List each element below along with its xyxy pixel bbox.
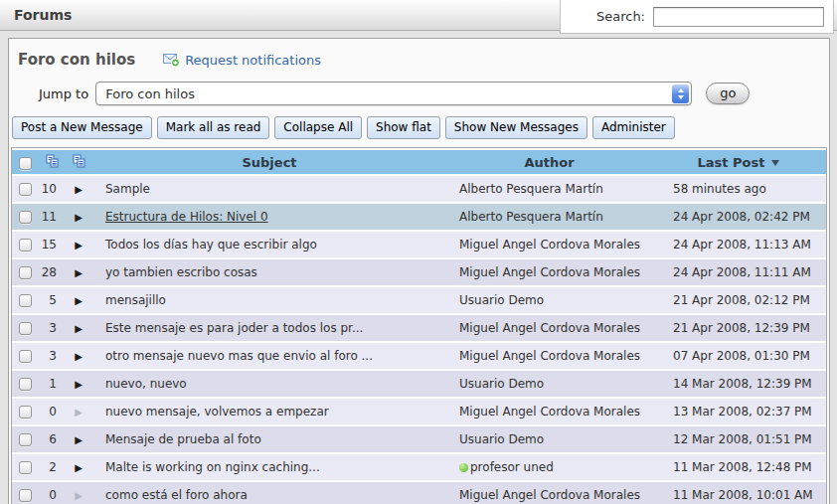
mark-all-read-button[interactable]: Mark all as read (157, 116, 270, 139)
expand-triangle-icon: ▶ (75, 407, 83, 418)
thread-checkbox[interactable] (19, 406, 32, 419)
thread-checkbox[interactable] (19, 489, 32, 502)
thread-author: Miguel Angel Cordova Morales (459, 321, 640, 335)
thread-row: 3 ▶ otro mensaje nuevo mas que envio al … (12, 343, 826, 369)
thread-author: Usuario Demo (459, 293, 544, 307)
reply-count: 3 (38, 343, 66, 369)
topbar: Forums Search: (0, 0, 837, 31)
thread-row: 11 ▶ Estructura de Hilos: Nivel 0 Albert… (12, 204, 826, 230)
expand-triangle-icon[interactable]: ▶ (75, 379, 83, 390)
collapse-all-button[interactable]: Collapse All (274, 116, 362, 139)
toolbar: Post a New Message Mark all as read Coll… (12, 116, 829, 139)
thread-checkbox[interactable] (19, 350, 32, 363)
thread-subject-link[interactable]: nuevo, nuevo (105, 377, 187, 391)
expand-triangle-icon[interactable]: ▶ (75, 240, 83, 251)
thread-lastpost: 24 Apr 2008, 02:42 PM (651, 204, 826, 230)
thread-subject-link[interactable]: mensajillo (105, 293, 166, 307)
thread-subject-link[interactable]: nuevo mensaje, volvemos a empezar (105, 405, 329, 419)
thread-author: Miguel Angel Cordova Morales (459, 349, 640, 363)
thread-lastpost: 24 Apr 2008, 11:13 AM (651, 232, 826, 257)
jump-to-label: Jump to (39, 86, 88, 101)
thread-checkbox[interactable] (19, 211, 32, 224)
table-header-row: Subject Author Last Post (12, 150, 826, 174)
unread-sort-icon[interactable] (73, 154, 85, 168)
forum-select[interactable]: Foro con hilos (95, 82, 692, 105)
thread-checkbox[interactable] (19, 183, 32, 196)
thread-author: Alberto Pesquera Martín (459, 182, 603, 196)
thread-lastpost: 13 Mar 2008, 02:37 PM (651, 399, 826, 424)
thread-subject-link[interactable]: yo tambien escribo cosas (105, 265, 257, 279)
expand-triangle-icon[interactable]: ▶ (75, 267, 83, 278)
thread-row: 1 ▶ nuevo, nuevo Usuario Demo 14 Mar 200… (12, 371, 826, 397)
thread-checkbox[interactable] (19, 461, 32, 474)
thread-lastpost: 21 Apr 2008, 02:12 PM (651, 287, 826, 313)
thread-lastpost: 21 Apr 2008, 12:39 PM (651, 315, 826, 341)
thread-lastpost: 07 Apr 2008, 01:30 PM (651, 343, 826, 369)
sort-desc-icon (771, 160, 779, 166)
thread-subject-link[interactable]: Sample (105, 182, 150, 196)
expand-triangle-icon[interactable]: ▶ (75, 462, 83, 473)
thread-checkbox[interactable] (19, 378, 32, 391)
thread-lastpost: 58 minutes ago (651, 176, 826, 202)
search-label: Search: (596, 9, 645, 24)
thread-row: 6 ▶ Mensaje de prueba al foto Usuario De… (12, 426, 826, 452)
thread-checkbox[interactable] (19, 322, 32, 335)
column-header-subject[interactable]: Subject (91, 150, 447, 174)
reply-count: 5 (38, 287, 66, 313)
thread-checkbox[interactable] (19, 294, 32, 307)
show-flat-button[interactable]: Show flat (367, 116, 440, 139)
reply-count: 10 (38, 176, 66, 202)
request-notifications-label: Request notifications (185, 53, 321, 68)
search-box: Search: (560, 0, 834, 34)
thread-lastpost: 11 Mar 2008, 12:48 PM (651, 454, 826, 480)
expand-triangle-icon[interactable]: ▶ (75, 184, 83, 195)
column-header-lastpost[interactable]: Last Post (651, 150, 826, 174)
thread-subject-link[interactable]: Estructura de Hilos: Nivel 0 (105, 210, 268, 224)
request-notifications-link[interactable]: Request notifications (163, 53, 321, 68)
expand-triangle-icon[interactable]: ▶ (75, 434, 83, 445)
expand-triangle-icon[interactable]: ▶ (75, 323, 83, 334)
thread-lastpost: 24 Apr 2008, 11:11 AM (651, 259, 826, 285)
forum-select-value: Foro con hilos (105, 86, 195, 101)
column-header-author[interactable]: Author (447, 150, 651, 174)
thread-author: Usuario Demo (459, 377, 544, 391)
thread-subject-link[interactable]: otro mensaje nuevo mas que envio al foro… (105, 349, 373, 363)
thread-author: Miguel Angel Cordova Morales (459, 265, 640, 279)
thread-row: 15 ▶ Todos los días hay que escribir alg… (12, 232, 826, 257)
administer-button[interactable]: Administer (592, 116, 675, 139)
thread-author: Miguel Angel Cordova Morales (459, 238, 640, 252)
select-all-checkbox[interactable] (19, 157, 32, 170)
reply-count: 15 (38, 232, 66, 257)
replies-sort-icon[interactable] (46, 154, 59, 168)
jump-to-row: Jump to Foro con hilos go (39, 82, 829, 105)
thread-checkbox[interactable] (19, 266, 32, 279)
thread-subject-link[interactable]: Todos los días hay que escribir algo (105, 238, 317, 252)
thread-subject-link[interactable]: Este mensaje es para joder a todos los p… (105, 321, 363, 335)
reply-count: 28 (38, 259, 66, 285)
thread-lastpost: 14 Mar 2008, 12:39 PM (651, 371, 826, 397)
thread-subject-link[interactable]: como está el foro ahora (105, 488, 248, 502)
reply-count: 0 (38, 399, 66, 424)
expand-triangle-icon[interactable]: ▶ (75, 351, 83, 362)
forum-title: Foro con hilos (18, 51, 135, 69)
thread-table: Subject Author Last Post 10 ▶ Sample Alb… (11, 147, 827, 504)
show-new-messages-button[interactable]: Show New Messages (445, 116, 587, 139)
reply-count: 11 (38, 204, 66, 230)
go-button[interactable]: go (706, 83, 750, 104)
thread-lastpost: 11 Mar 2008, 10:01 AM (651, 482, 826, 504)
expand-triangle-icon[interactable]: ▶ (75, 295, 83, 306)
thread-checkbox[interactable] (19, 433, 32, 446)
thread-subject-link[interactable]: Malte is working on nginx caching... (105, 460, 320, 474)
forum-panel: Foro con hilos Request notifications Jum… (8, 38, 830, 504)
thread-subject-link[interactable]: Mensaje de prueba al foto (105, 432, 261, 446)
post-new-message-button[interactable]: Post a New Message (12, 116, 152, 139)
thread-checkbox[interactable] (19, 239, 32, 252)
reply-count: 2 (38, 454, 66, 480)
thread-author: Miguel Angel Cordova Morales (459, 488, 640, 502)
search-input[interactable] (653, 7, 824, 27)
thread-author: Miguel Angel Cordova Morales (459, 405, 640, 419)
thread-lastpost: 12 Mar 2008, 01:51 PM (651, 426, 826, 452)
expand-triangle-icon[interactable]: ▶ (75, 212, 83, 223)
thread-row: 5 ▶ mensajillo Usuario Demo 21 Apr 2008,… (12, 287, 826, 313)
envelope-add-icon (163, 53, 180, 68)
